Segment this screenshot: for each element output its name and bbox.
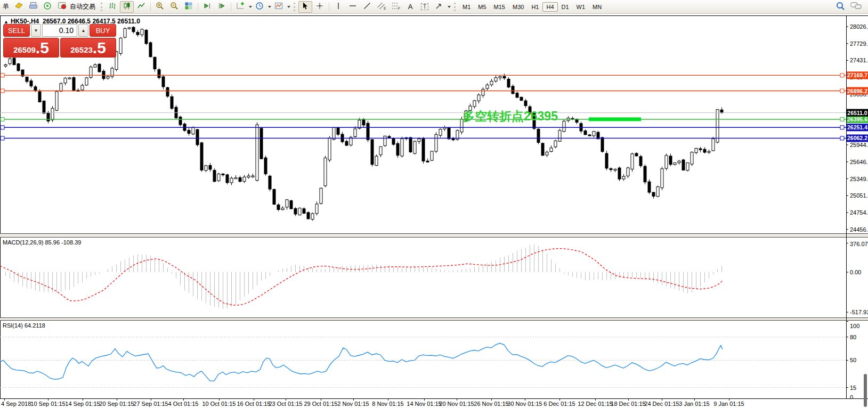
price-level-label: 26251.4 [847,124,868,131]
line-handle-left [1,89,4,93]
time-axis-label: 14 Nov 01:15 [407,401,441,407]
line-handle-right [840,126,844,129]
time-axis-label: 16 Oct 01:15 [237,401,271,407]
zoom-out-button[interactable] [167,1,181,13]
svg-text:-517.93: -517.93 [850,309,868,315]
timeframe-button-d1[interactable]: D1 [558,2,573,12]
line-handle-right [840,117,844,121]
timeframe-button-m30[interactable]: M30 [509,2,528,12]
chart-window-top-border [0,15,868,16]
vertical-line-tool-button[interactable] [331,1,345,13]
time-axis-label: 9 Jan 01:15 [713,401,744,407]
time-axis-tick [424,398,425,401]
terminal-button[interactable] [26,1,40,13]
fibonacci-tool-button[interactable]: F [389,1,403,13]
crosshair-tool-button[interactable] [313,1,327,13]
auto-scroll-button[interactable] [200,1,214,13]
volume-increase-button[interactable]: ▲ [78,24,88,37]
channel-tool-button[interactable]: E [375,1,388,13]
time-axis-tick [353,398,354,401]
label-tool-button[interactable]: T [418,1,432,13]
timeframe-button-h1[interactable]: H1 [528,2,542,12]
time-axis-label: 20 Sep 01:15 [99,401,134,407]
time-axis-tick [117,398,117,401]
chat-icon[interactable] [850,2,862,12]
trendline-tool-button[interactable] [360,1,374,13]
price-level-label: 26395.6 [847,116,868,123]
svg-text:0.00: 0.00 [850,269,861,275]
fibo-letter: F [398,6,400,10]
timeframe-button-h4[interactable]: H4 [542,2,557,12]
macd-values: 85.96 -108.39 [45,239,81,246]
text-tool-button[interactable]: A [403,1,417,13]
chart-shift-button[interactable] [215,1,229,13]
volume-decrease-button[interactable]: ▼ [31,24,41,37]
periods-dropdown-caret[interactable] [268,6,271,8]
strategy-tester-button[interactable] [40,1,54,13]
equidistant-channel-icon: E [377,2,386,12]
svg-text:27169.7: 27169.7 [847,72,867,78]
templates-icon [274,2,283,12]
sell-price-display[interactable]: 26509.5 [3,38,59,58]
indicators-button[interactable] [233,1,247,13]
buy-button[interactable]: BUY [90,24,116,37]
time-axis-tick [388,398,388,401]
time-axis[interactable]: 4 Sep 201810 Sep 01:1514 Sep 01:1520 Sep… [0,399,868,408]
timeframe-button-mn[interactable]: MN [589,2,605,12]
tile-windows-button[interactable] [182,1,196,13]
toolbar-grip[interactable] [294,3,295,11]
time-axis-tick [559,398,560,401]
autotrading-label[interactable]: 自动交易 [70,2,95,11]
highlight-trend-segment [589,117,641,121]
autotrading-button[interactable] [55,1,69,13]
panel-splitter[interactable] [0,233,868,238]
svg-text:50: 50 [850,357,856,363]
indicators-dropdown-caret[interactable] [249,6,252,8]
time-axis-label: 23 Oct 01:15 [269,401,303,407]
chart-line-button[interactable] [134,1,148,13]
arrows-dropdown-caret[interactable] [448,6,451,8]
price-scale-axis-line [846,16,847,399]
toolbar-grip[interactable] [101,3,102,11]
sell-button[interactable]: SELL [3,24,30,37]
channel-letter: E [384,6,386,10]
time-axis-label: 4 Oct 01:15 [168,401,199,407]
text-tool-icon: A [408,3,413,11]
rsi-indicator-panel[interactable]: 1008050150 [0,321,868,399]
chart-candles-button[interactable] [120,1,134,13]
main-price-chart[interactable]: 多空转折点2639528026.527729.027431.527134.026… [0,17,868,233]
time-axis-label: 30 Nov 01:15 [507,401,542,407]
horizontal-line-tool-button[interactable] [346,1,360,13]
search-icon[interactable] [835,1,845,13]
periods-button[interactable] [253,1,266,13]
menu-order-label[interactable]: 单 [2,2,11,11]
svg-text:80: 80 [850,334,856,340]
toolbar-separator [231,3,231,11]
macd-indicator-panel[interactable]: 376.070.00-517.93 [0,238,868,317]
arrows-icon [435,2,443,12]
cursor-tool-button[interactable] [298,1,312,13]
terminal-icon [29,2,38,12]
templates-dropdown-caret[interactable] [287,6,290,8]
volume-input[interactable]: 0.10 [42,24,77,37]
timeframe-button-w1[interactable]: W1 [573,2,589,12]
scrollbar-thumb[interactable] [864,374,867,407]
svg-text:376.07: 376.07 [850,241,868,247]
toolbar-grip[interactable] [454,3,456,11]
timeframe-button-m5[interactable]: M5 [474,2,490,12]
timeframe-button-m1[interactable]: M1 [459,2,474,12]
new-order-button[interactable] [12,1,26,13]
time-axis-tick [83,398,83,401]
time-axis-label: 4 Sep 2018 [1,401,31,407]
templates-button[interactable] [272,1,286,13]
zoom-in-button[interactable] [153,1,167,13]
vertical-line-icon [334,2,343,12]
buy-price-display[interactable]: 26523.5 [60,38,116,58]
arrows-tool-button[interactable] [432,1,446,13]
toolbar-right-group [835,1,866,13]
svg-text:15: 15 [850,385,856,391]
chart-bars-button[interactable] [106,1,119,13]
timeframe-button-m15[interactable]: M15 [490,2,509,12]
buy-price-frac: .5 [93,40,106,56]
horizontal-line-icon [348,2,357,12]
